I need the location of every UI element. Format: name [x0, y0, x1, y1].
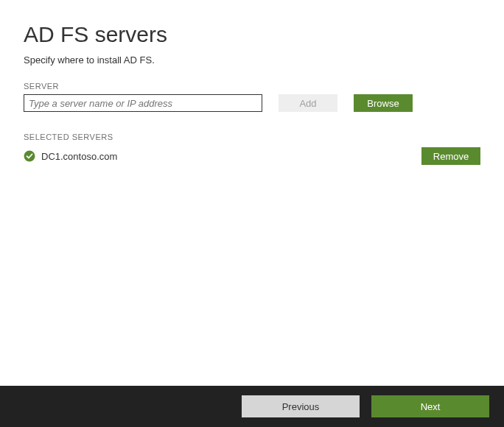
wizard-footer: Previous Next — [0, 386, 504, 427]
previous-button[interactable]: Previous — [242, 395, 360, 417]
server-field-label: SERVER — [24, 82, 480, 91]
page-title: AD FS servers — [24, 22, 480, 47]
remove-button[interactable]: Remove — [421, 147, 480, 165]
svg-point-0 — [24, 151, 35, 162]
server-input[interactable] — [24, 94, 262, 112]
check-circle-icon — [24, 150, 35, 162]
browse-button[interactable]: Browse — [354, 94, 413, 112]
next-button[interactable]: Next — [371, 395, 489, 417]
add-button[interactable]: Add — [279, 94, 337, 112]
server-input-row: Add Browse — [24, 94, 480, 112]
page-subtitle: Specify where to install AD FS. — [24, 54, 480, 66]
selected-servers-label: SELECTED SERVERS — [24, 133, 480, 141]
selected-server-entry: DC1.contoso.com — [24, 150, 117, 162]
selected-server-name: DC1.contoso.com — [41, 151, 117, 162]
list-item: DC1.contoso.com Remove — [24, 147, 480, 165]
